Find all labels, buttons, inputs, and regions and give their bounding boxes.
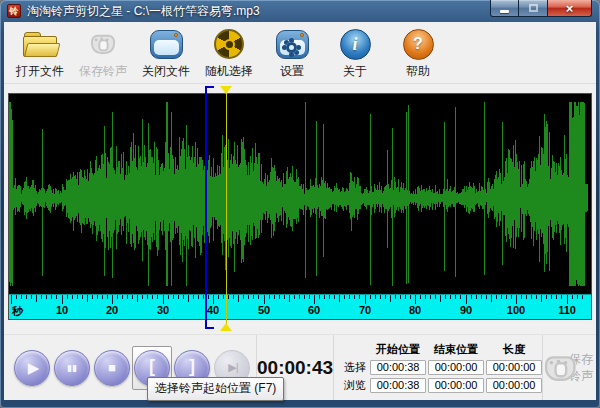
about-info-icon: i — [340, 29, 371, 60]
browse-end-value: 00:00:00 — [428, 378, 484, 393]
window-controls: × — [490, 0, 592, 17]
waveform-panel: 秒102030405060708090100110 — [8, 86, 592, 332]
ruler-tick-label: 30 — [150, 304, 176, 316]
open-file-folder-icon — [23, 32, 57, 57]
close-file-icon — [150, 30, 183, 59]
ruler-tick-label: 90 — [453, 304, 479, 316]
toolbar-button-help[interactable]: ? 帮助 — [390, 26, 446, 81]
minimize-icon — [500, 10, 509, 13]
row-label-selection: 选择 — [338, 360, 368, 375]
select-start-icon: [ — [149, 356, 155, 377]
select-end-icon: ] — [189, 356, 195, 377]
toolbar-label: 打开文件 — [16, 63, 64, 80]
column-header-end: 结束位置 — [428, 342, 484, 357]
marker-handle-strip-top[interactable] — [8, 86, 592, 93]
maximize-icon — [529, 4, 538, 12]
help-question-icon: ? — [403, 29, 434, 60]
minimize-button[interactable] — [490, 0, 519, 17]
column-header-length: 长度 — [486, 342, 542, 357]
window-title: 淘淘铃声剪切之星 - C:\一根竹竿容易弯.mp3 — [27, 3, 260, 20]
toolbar-button-save-ringtone[interactable]: 保存铃声 — [75, 26, 131, 81]
ruler-tick-label: 40 — [200, 304, 226, 316]
toolbar-button-random-select[interactable]: 随机选择 — [201, 26, 257, 81]
settings-gear-icon — [276, 30, 309, 59]
play-selection-icon: ▶| — [228, 361, 237, 374]
selection-start-value: 00:00:38 — [370, 360, 426, 375]
toolbar-label: 保存铃声 — [79, 63, 127, 80]
marker-handle-strip-bottom[interactable] — [8, 320, 592, 332]
toolbar-label: 随机选择 — [205, 63, 253, 80]
ruler-tick-label: 110 — [554, 304, 580, 316]
selection-end-value: 00:00:00 — [428, 360, 484, 375]
row-label-browse: 浏览 — [338, 378, 368, 393]
play-icon: ▶ — [28, 359, 40, 377]
client-area: 打开文件 保存铃声 关闭文件 随机选择 设置 i 关于 — [4, 22, 596, 400]
browse-start-value: 00:00:38 — [370, 378, 426, 393]
save-ringtone-bell-icon — [88, 31, 117, 57]
toolbar-button-about[interactable]: i 关于 — [327, 26, 383, 81]
save-ringtone-button[interactable]: 保存铃声 — [542, 335, 596, 400]
toolbar-button-open-file[interactable]: 打开文件 — [12, 26, 68, 81]
waveform-display[interactable] — [9, 94, 591, 294]
ruler-tick-label: 60 — [301, 304, 327, 316]
toolbar-label: 关闭文件 — [142, 63, 190, 80]
tooltip: 选择铃声起始位置 (F7) — [147, 377, 284, 401]
close-button[interactable]: × — [547, 0, 592, 17]
toolbar-label: 关于 — [343, 63, 367, 80]
ruler-tick-label: 20 — [99, 304, 125, 316]
maximize-button[interactable] — [519, 0, 547, 17]
ruler-tick-label: 10 — [49, 304, 75, 316]
pause-icon: ▮▮ — [67, 363, 77, 373]
app-window: 铃 淘淘铃声剪切之星 - C:\一根竹竿容易弯.mp3 × 打开文件 保存铃声 … — [0, 0, 600, 408]
timeline-ruler[interactable]: 秒102030405060708090100110 — [9, 294, 591, 319]
toolbar-button-close-file[interactable]: 关闭文件 — [138, 26, 194, 81]
browse-length-value: 00:00:00 — [486, 378, 542, 393]
selection-length-value: 00:00:00 — [486, 360, 542, 375]
ruler-tick-label: 70 — [352, 304, 378, 316]
ruler-tick-label: 80 — [402, 304, 428, 316]
pause-button[interactable]: ▮▮ — [52, 346, 92, 390]
stop-button[interactable]: ■ — [92, 346, 132, 390]
toolbar: 打开文件 保存铃声 关闭文件 随机选择 设置 i 关于 — [4, 22, 596, 84]
random-select-icon — [214, 29, 244, 59]
positions-table: 开始位置 结束位置 长度 选择 00:00:38 00:00:00 00:00:… — [333, 335, 542, 400]
toolbar-label: 设置 — [280, 63, 304, 80]
control-panel: ▶ ▮▮ ■ [ ] ▶| 00:00:43 开始位置 结束位置 长度 选择 0… — [4, 334, 596, 400]
stop-icon: ■ — [108, 360, 116, 375]
close-icon: × — [566, 1, 574, 16]
toolbar-button-settings[interactable]: 设置 — [264, 26, 320, 81]
toolbar-label: 帮助 — [406, 63, 430, 80]
column-header-start: 开始位置 — [370, 342, 426, 357]
ruler-tick-label: 100 — [503, 304, 529, 316]
app-icon: 铃 — [7, 4, 21, 18]
save-ringtone-bell-icon — [541, 351, 562, 384]
titlebar[interactable]: 铃 淘淘铃声剪切之星 - C:\一根竹竿容易弯.mp3 × — [0, 0, 600, 22]
ruler-unit-label: 秒 — [12, 304, 23, 319]
ruler-tick-label: 50 — [251, 304, 277, 316]
play-button[interactable]: ▶ — [12, 346, 52, 390]
